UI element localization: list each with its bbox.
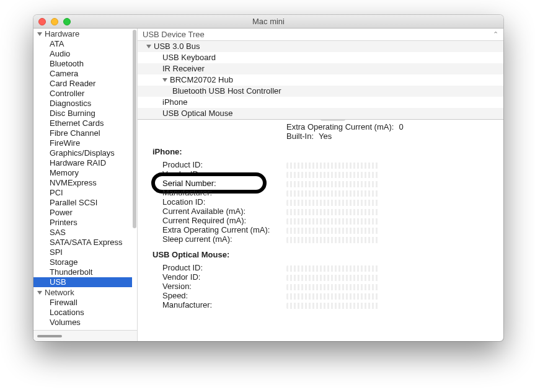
tree-row-label: iPhone bbox=[162, 97, 187, 107]
device-tree: USB Device Tree ⌃ USB 3.0 BusUSB Keyboar… bbox=[138, 29, 503, 120]
tree-header[interactable]: USB Device Tree ⌃ bbox=[138, 29, 503, 41]
redacted-value bbox=[286, 284, 379, 290]
detail-kv: Built-In:Yes bbox=[156, 131, 493, 141]
sidebar-item-ethernet-cards[interactable]: Ethernet Cards bbox=[33, 118, 132, 128]
redacted-value bbox=[286, 172, 379, 178]
tree-row-label: USB 3.0 Bus bbox=[154, 42, 200, 51]
detail-key: Current Required (mA): bbox=[162, 216, 246, 225]
sidebar-item-firewire[interactable]: FireWire bbox=[33, 138, 132, 148]
tree-row-label: Bluetooth USB Host Controller bbox=[172, 86, 281, 96]
detail-kv: Sleep current (mA): bbox=[156, 234, 493, 244]
sidebar-item-spi[interactable]: SPI bbox=[33, 247, 132, 257]
sidebar-item-locations[interactable]: Locations bbox=[33, 308, 132, 318]
disclosure-triangle-icon bbox=[37, 291, 42, 295]
detail-key: Product ID: bbox=[162, 160, 203, 169]
detail-key: Sleep current (mA): bbox=[162, 234, 232, 244]
disclosure-triangle-icon bbox=[162, 78, 167, 82]
detail-key: Manufacturer: bbox=[162, 300, 212, 310]
detail-kv: Extra Operating Current (mA):0 bbox=[156, 122, 493, 131]
sidebar-item-camera[interactable]: Camera bbox=[33, 69, 132, 79]
redacted-value bbox=[286, 275, 379, 281]
sidebar-item-diagnostics[interactable]: Diagnostics bbox=[33, 99, 132, 109]
sidebar-group-hardware[interactable]: Hardware bbox=[33, 29, 132, 39]
pane-resize-handle[interactable] bbox=[321, 120, 345, 121]
redacted-value bbox=[286, 190, 379, 197]
sidebar-item-nvmexpress[interactable]: NVMExpress bbox=[33, 178, 132, 188]
sidebar-item-memory[interactable]: Memory bbox=[33, 168, 132, 178]
tree-row[interactable]: iPhone bbox=[138, 97, 503, 108]
sidebar-footer bbox=[33, 330, 137, 341]
detail-key: Manufacturer: bbox=[162, 188, 212, 197]
sidebar-item-ata[interactable]: ATA bbox=[33, 39, 132, 49]
sidebar-item-card-reader[interactable]: Card Reader bbox=[33, 79, 132, 89]
detail-key: Location ID: bbox=[162, 197, 205, 207]
tree-row-label: BRCM20702 Hub bbox=[170, 75, 233, 85]
sidebar-item-graphics-displays[interactable]: Graphics/Displays bbox=[33, 148, 132, 158]
detail-key: Product ID: bbox=[162, 263, 203, 272]
tree-header-label: USB Device Tree bbox=[143, 30, 205, 39]
redacted-value bbox=[286, 209, 379, 215]
detail-kv: Product ID: bbox=[156, 160, 493, 169]
tree-row[interactable]: BRCM20702 Hub bbox=[138, 74, 503, 86]
tree-row-label: USB Keyboard bbox=[162, 53, 216, 63]
detail-key: Extra Operating Current (mA): bbox=[162, 225, 270, 234]
detail-kv: Serial Number: bbox=[156, 179, 493, 188]
detail-pane[interactable]: Extra Operating Current (mA):0Built-In:Y… bbox=[138, 120, 503, 341]
detail-kv: Location ID: bbox=[156, 197, 493, 207]
sidebar-item-power[interactable]: Power bbox=[33, 208, 132, 218]
detail-kv: Product ID: bbox=[156, 263, 493, 272]
tree-row[interactable]: USB Keyboard bbox=[138, 52, 503, 63]
sidebar-item-thunderbolt[interactable]: Thunderbolt bbox=[33, 267, 132, 277]
sidebar-item-printers[interactable]: Printers bbox=[33, 218, 132, 228]
disclosure-triangle-icon bbox=[37, 32, 42, 36]
sidebar-item-audio[interactable]: Audio bbox=[33, 49, 132, 59]
tree-row-label: IR Receiver bbox=[162, 64, 205, 74]
redacted-value bbox=[286, 218, 379, 225]
chevron-icon: ⌃ bbox=[493, 30, 498, 38]
redacted-value bbox=[286, 181, 379, 187]
sidebar-item-sas[interactable]: SAS bbox=[33, 228, 132, 238]
redacted-value bbox=[286, 265, 379, 272]
sidebar-item-storage[interactable]: Storage bbox=[33, 257, 132, 267]
sidebar: HardwareATAAudioBluetoothCameraCard Read… bbox=[33, 29, 138, 341]
detail-key: Vendor ID: bbox=[162, 169, 200, 179]
detail-kv: Manufacturer: bbox=[156, 188, 493, 197]
redacted-value bbox=[286, 163, 379, 169]
redacted-value bbox=[286, 228, 379, 234]
redacted-value bbox=[286, 303, 379, 309]
sidebar-item-pci[interactable]: PCI bbox=[33, 188, 132, 198]
sidebar-item-sata-sata-express[interactable]: SATA/SATA Express bbox=[33, 238, 132, 247]
tree-row[interactable]: IR Receiver bbox=[138, 63, 503, 74]
tree-row[interactable]: Bluetooth USB Host Controller bbox=[138, 86, 503, 97]
detail-key: Version: bbox=[162, 282, 192, 291]
detail-kv: Current Required (mA): bbox=[156, 216, 493, 225]
sidebar-item-bluetooth[interactable]: Bluetooth bbox=[33, 59, 132, 69]
sidebar-group-network[interactable]: Network bbox=[33, 287, 132, 298]
detail-section-title: iPhone: bbox=[153, 147, 493, 156]
detail-kv: Manufacturer: bbox=[156, 300, 493, 310]
titlebar[interactable]: Mac mini bbox=[33, 15, 503, 29]
redacted-value bbox=[286, 200, 379, 206]
sidebar-item-parallel-scsi[interactable]: Parallel SCSI bbox=[33, 198, 132, 208]
sidebar-scrollbar[interactable] bbox=[133, 30, 136, 228]
tree-row[interactable]: USB 3.0 Bus bbox=[138, 41, 503, 52]
detail-kv: Extra Operating Current (mA): bbox=[156, 225, 493, 234]
sidebar-item-volumes[interactable]: Volumes bbox=[33, 318, 132, 327]
tree-row[interactable]: USB Optical Mouse bbox=[138, 108, 503, 119]
sidebar-item-fibre-channel[interactable]: Fibre Channel bbox=[33, 128, 132, 138]
sidebar-item-firewall[interactable]: Firewall bbox=[33, 298, 132, 308]
detail-kv: Current Available (mA): bbox=[156, 207, 493, 216]
redacted-value bbox=[286, 237, 379, 243]
sidebar-item-usb[interactable]: USB bbox=[33, 277, 132, 287]
detail-kv: Speed: bbox=[156, 291, 493, 300]
detail-key: Speed: bbox=[162, 291, 188, 300]
detail-section-title: USB Optical Mouse: bbox=[153, 250, 493, 259]
redacted-value bbox=[286, 293, 379, 300]
sidebar-group-label: Network bbox=[45, 288, 74, 297]
sidebar-item-disc-burning[interactable]: Disc Burning bbox=[33, 109, 132, 118]
detail-kv: Vendor ID: bbox=[156, 272, 493, 282]
sidebar-item-controller[interactable]: Controller bbox=[33, 89, 132, 99]
window-title: Mac mini bbox=[33, 17, 503, 26]
sidebar-group-label: Hardware bbox=[45, 29, 79, 38]
sidebar-item-hardware-raid[interactable]: Hardware RAID bbox=[33, 158, 132, 168]
